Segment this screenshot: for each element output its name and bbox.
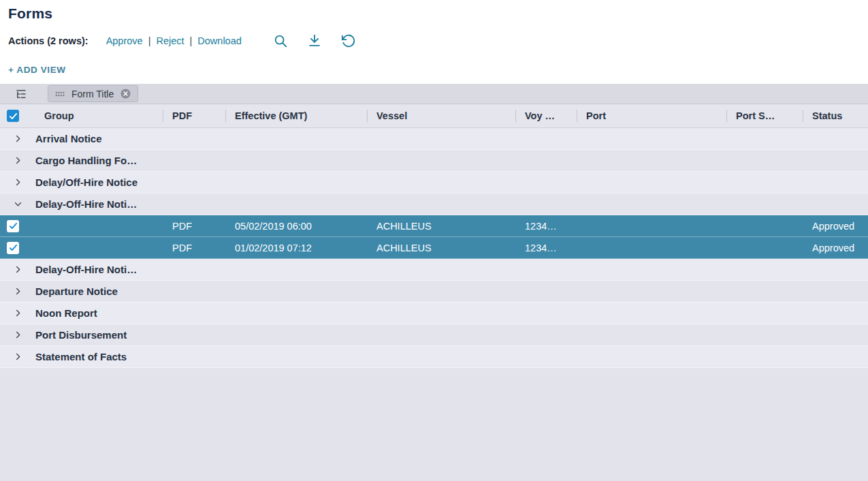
status-cell: Approved bbox=[803, 243, 868, 253]
pdf-link[interactable]: PDF bbox=[163, 243, 226, 253]
group-chip-form-title[interactable]: Form Title bbox=[48, 85, 138, 102]
forms-grid: Form Title Group PDF Effective (GMT) Ves… bbox=[0, 84, 868, 481]
group-chip-label: Form Title bbox=[71, 89, 114, 99]
group-row[interactable]: Delay-Off-Hire Noti… bbox=[0, 259, 868, 281]
group-label: Arrival Notice bbox=[35, 133, 868, 144]
reject-action-link[interactable]: Reject bbox=[156, 35, 184, 46]
remove-group-icon[interactable] bbox=[120, 89, 131, 99]
chevron-down-icon[interactable] bbox=[0, 199, 35, 209]
chevron-right-icon[interactable] bbox=[0, 134, 35, 144]
select-all-checkbox[interactable] bbox=[7, 110, 19, 122]
undo-icon[interactable] bbox=[341, 33, 356, 48]
column-header-port-state[interactable]: Port S… bbox=[727, 104, 803, 127]
group-label: Delay-Off-Hire Noti… bbox=[35, 198, 868, 210]
search-icon[interactable] bbox=[273, 33, 288, 48]
table-body: Arrival NoticeCargo Handling Fo…Delay/Of… bbox=[0, 128, 868, 368]
chevron-right-icon[interactable] bbox=[0, 264, 35, 275]
separator: | bbox=[190, 35, 193, 46]
group-label: Delay/Off-Hire Notice bbox=[35, 176, 868, 188]
column-header-pdf[interactable]: PDF bbox=[163, 104, 226, 127]
column-header-voyage[interactable]: Voy … bbox=[516, 104, 577, 127]
vessel-cell: ACHILLEUS bbox=[368, 221, 516, 232]
actions-label: Actions (2 rows): bbox=[8, 35, 89, 46]
vessel-cell: ACHILLEUS bbox=[368, 243, 516, 253]
chevron-right-icon[interactable] bbox=[0, 286, 35, 296]
status-cell: Approved bbox=[803, 221, 868, 232]
row-check-cell bbox=[0, 220, 35, 232]
download-action-link[interactable]: Download bbox=[197, 35, 242, 46]
group-row[interactable]: Arrival Notice bbox=[0, 128, 868, 150]
effective-cell: 01/02/2019 07:12 bbox=[226, 243, 368, 253]
drag-handle-icon[interactable] bbox=[55, 91, 65, 97]
select-all-cell bbox=[0, 104, 35, 127]
column-header-vessel[interactable]: Vessel bbox=[368, 104, 516, 127]
group-row[interactable]: Departure Notice bbox=[0, 281, 868, 302]
grouping-icon[interactable] bbox=[15, 88, 27, 100]
group-label: Cargo Handling Fo… bbox=[35, 155, 868, 166]
chevron-right-icon[interactable] bbox=[0, 308, 35, 318]
chevron-right-icon[interactable] bbox=[0, 155, 35, 166]
actions-bar: Actions (2 rows): Approve | Reject | Dow… bbox=[8, 32, 868, 50]
page-title: Forms bbox=[8, 5, 868, 22]
group-by-bar: Form Title bbox=[0, 84, 868, 104]
chevron-right-icon[interactable] bbox=[0, 352, 35, 362]
group-row[interactable]: Noon Report bbox=[0, 302, 868, 324]
row-checkbox[interactable] bbox=[7, 242, 19, 254]
action-icons bbox=[273, 33, 356, 48]
group-row[interactable]: Statement of Facts bbox=[0, 346, 868, 368]
voyage-cell: 1234… bbox=[516, 243, 577, 253]
row-checkbox[interactable] bbox=[7, 220, 19, 232]
group-label: Statement of Facts bbox=[35, 351, 868, 362]
column-header-port[interactable]: Port bbox=[577, 104, 727, 127]
approve-action-link[interactable]: Approve bbox=[106, 35, 143, 46]
voyage-cell: 1234… bbox=[516, 221, 577, 232]
group-row[interactable]: Delay/Off-Hire Notice bbox=[0, 172, 868, 193]
add-view-button[interactable]: + ADD VIEW bbox=[8, 65, 66, 75]
download-icon[interactable] bbox=[307, 33, 322, 48]
chevron-right-icon[interactable] bbox=[0, 177, 35, 187]
effective-cell: 05/02/2019 06:00 bbox=[226, 221, 368, 232]
group-row[interactable]: Delay-Off-Hire Noti… bbox=[0, 193, 868, 215]
group-label: Departure Notice bbox=[35, 285, 868, 297]
group-row[interactable]: Port Disbursement bbox=[0, 324, 868, 346]
column-header-effective[interactable]: Effective (GMT) bbox=[226, 104, 368, 127]
table-header: Group PDF Effective (GMT) Vessel Voy … P… bbox=[0, 104, 868, 128]
group-row[interactable]: Cargo Handling Fo… bbox=[0, 150, 868, 172]
pdf-link[interactable]: PDF bbox=[163, 221, 226, 232]
top-bar: Forms Actions (2 rows): Approve | Reject… bbox=[0, 0, 868, 84]
chevron-right-icon[interactable] bbox=[0, 330, 35, 340]
column-header-group[interactable]: Group bbox=[35, 104, 163, 127]
group-label: Delay-Off-Hire Noti… bbox=[35, 264, 868, 275]
table-row[interactable]: PDF05/02/2019 06:00ACHILLEUS1234…Approve… bbox=[0, 215, 868, 237]
table-row[interactable]: PDF01/02/2019 07:12ACHILLEUS1234…Approve… bbox=[0, 237, 868, 259]
separator: | bbox=[148, 35, 151, 46]
row-check-cell bbox=[0, 242, 35, 254]
column-header-status[interactable]: Status bbox=[803, 104, 868, 127]
group-label: Port Disbursement bbox=[35, 329, 868, 341]
group-label: Noon Report bbox=[35, 307, 868, 319]
